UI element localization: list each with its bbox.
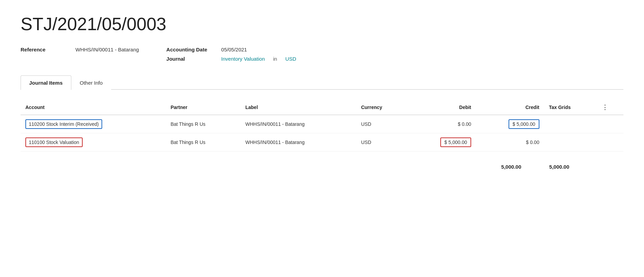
tab-journal-items[interactable]: Journal Items (21, 75, 71, 90)
label-cell-2: WHHS/IN/00011 - Batarang (240, 133, 356, 152)
credit-value-1: $ 5,000.00 (509, 119, 539, 129)
more-options-icon[interactable]: ⋮ (602, 104, 608, 111)
accounting-date-value: 05/05/2021 (221, 47, 247, 52)
col-account: Account (21, 100, 166, 115)
partner-cell-1: Bat Things R Us (166, 115, 240, 133)
col-more: ⋮ (597, 100, 623, 115)
col-partner: Partner (166, 100, 240, 115)
right-fields-group: Accounting Date 05/05/2021 Journal Inven… (166, 47, 296, 62)
totals-row: 5,000.00 5,000.00 (21, 158, 623, 170)
accounting-date-label: Accounting Date (166, 47, 214, 52)
tabs-container: Journal Items Other Info (21, 75, 623, 90)
col-debit: Debit (408, 100, 476, 115)
tax-grids-cell-1 (544, 115, 597, 133)
label-cell-1: WHHS/IN/00011 - Batarang (240, 115, 356, 133)
col-currency: Currency (356, 100, 408, 115)
debit-value-2: $ 5,000.00 (440, 137, 471, 147)
col-label: Label (240, 100, 356, 115)
debit-cell-1: $ 0.00 (408, 115, 476, 133)
currency-cell-1: USD (356, 115, 408, 133)
totals-spacer (574, 164, 608, 170)
tax-grids-cell-2 (544, 133, 597, 152)
journal-value-link[interactable]: Inventory Valuation (221, 56, 265, 62)
journal-row: Journal Inventory Valuation in USD (166, 56, 296, 62)
totals-spacer2 (608, 164, 619, 170)
reference-row: Reference WHHS/IN/00011 - Batarang (21, 47, 139, 52)
total-credit: 5,000.00 (526, 164, 574, 170)
account-cell-1[interactable]: 110200 Stock Interim (Received) (21, 115, 166, 133)
fields-section: Reference WHHS/IN/00011 - Batarang Accou… (21, 47, 623, 62)
more-cell-1 (597, 115, 623, 133)
account-link-2[interactable]: 110100 Stock Valuation (25, 137, 83, 147)
table-header-row: Account Partner Label Currency Debit Cre… (21, 100, 623, 115)
reference-group: Reference WHHS/IN/00011 - Batarang (21, 47, 139, 62)
partner-cell-2: Bat Things R Us (166, 133, 240, 152)
tab-other-info[interactable]: Other Info (71, 75, 111, 90)
credit-cell-1: $ 5,000.00 (476, 115, 544, 133)
col-tax-grids: Tax Grids (544, 100, 597, 115)
credit-cell-2: $ 0.00 (476, 133, 544, 152)
table-row: 110100 Stock Valuation Bat Things R Us W… (21, 133, 623, 152)
more-cell-2 (597, 133, 623, 152)
page-title: STJ/2021/05/0003 (21, 14, 623, 34)
reference-value: WHHS/IN/00011 - Batarang (75, 47, 139, 52)
accounting-date-row: Accounting Date 05/05/2021 (166, 47, 296, 52)
col-credit: Credit (476, 100, 544, 115)
total-debit: 5,000.00 (471, 164, 526, 170)
journal-label: Journal (166, 56, 214, 62)
table-row: 110200 Stock Interim (Received) Bat Thin… (21, 115, 623, 133)
currency-cell-2: USD (356, 133, 408, 152)
debit-cell-2: $ 5,000.00 (408, 133, 476, 152)
journal-items-table: Account Partner Label Currency Debit Cre… (21, 100, 623, 152)
in-text: in (273, 56, 277, 62)
currency-link[interactable]: USD (285, 56, 296, 62)
reference-label: Reference (21, 47, 69, 52)
account-link-1[interactable]: 110200 Stock Interim (Received) (25, 119, 102, 129)
account-cell-2[interactable]: 110100 Stock Valuation (21, 133, 166, 152)
